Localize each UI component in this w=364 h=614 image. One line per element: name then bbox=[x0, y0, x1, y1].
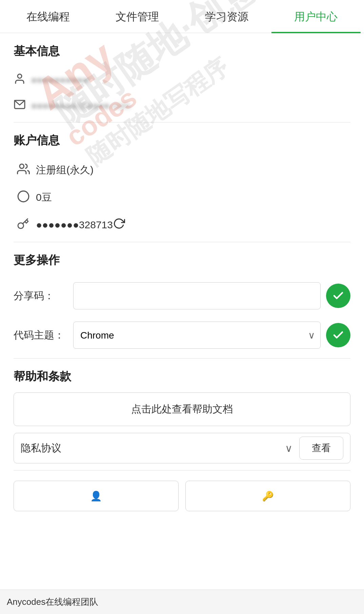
divider-2 bbox=[14, 242, 350, 242]
svg-point-2 bbox=[20, 164, 24, 169]
bottom-btn-1[interactable]: 👤 bbox=[14, 481, 179, 511]
email-row: ●●●●●●●●@●●●●.com bbox=[14, 93, 350, 119]
share-code-confirm-button[interactable] bbox=[326, 284, 350, 308]
basic-info-title: 基本信息 bbox=[14, 43, 350, 59]
email-value: ●●●●●●●●@●●●●.com bbox=[31, 100, 350, 111]
group-icon bbox=[17, 162, 36, 178]
svg-point-3 bbox=[18, 191, 29, 202]
share-code-input[interactable] bbox=[73, 282, 321, 309]
bottom-btn-2[interactable]: 🔑 bbox=[185, 481, 350, 511]
key-icon bbox=[17, 218, 36, 232]
username-row: ●●●●●●●●●● bbox=[14, 67, 350, 93]
bottom-row: 👤 🔑 bbox=[14, 481, 350, 511]
theme-confirm-button[interactable] bbox=[326, 323, 350, 347]
chevron-down-icon-privacy: ∨ bbox=[285, 442, 292, 454]
user-icon bbox=[14, 73, 31, 88]
nav-item-resources[interactable]: 学习资源 bbox=[182, 0, 271, 33]
refresh-token-button[interactable] bbox=[113, 217, 125, 232]
divider-3 bbox=[14, 358, 350, 359]
nav-item-coding[interactable]: 在线编程 bbox=[3, 0, 93, 33]
token-value: ●●●●●●●328713 bbox=[36, 219, 113, 231]
account-info-title: 账户信息 bbox=[14, 133, 350, 148]
footer-bar: Anycodes在线编程团队 bbox=[0, 590, 364, 614]
privacy-label: 隐私协议 bbox=[21, 441, 285, 455]
more-ops-title: 更多操作 bbox=[14, 252, 350, 268]
group-label: 注册组(永久) bbox=[36, 163, 347, 177]
footer-label: Anycodes在线编程团队 bbox=[7, 596, 98, 608]
theme-select-wrap: Chrome Default Dark Monokai GitHub ∨ bbox=[73, 322, 321, 349]
token-row: ●●●●●●●328713 bbox=[14, 211, 350, 238]
coins-label: 0豆 bbox=[36, 191, 347, 205]
nav-bar: 在线编程 文件管理 学习资源 用户中心 bbox=[0, 0, 364, 33]
nav-item-files[interactable]: 文件管理 bbox=[93, 0, 182, 33]
theme-label: 代码主题： bbox=[14, 328, 68, 342]
coins-icon bbox=[17, 190, 36, 205]
help-doc-button[interactable]: 点击此处查看帮助文档 bbox=[14, 392, 350, 426]
help-title: 帮助和条款 bbox=[14, 369, 350, 384]
nav-item-user-center[interactable]: 用户中心 bbox=[271, 0, 361, 33]
share-code-row: 分享码： bbox=[14, 276, 350, 315]
theme-row: 代码主题： Chrome Default Dark Monokai GitHub… bbox=[14, 315, 350, 355]
email-icon bbox=[14, 98, 31, 113]
group-row: 注册组(永久) bbox=[14, 156, 350, 184]
divider-4 bbox=[14, 470, 350, 471]
svg-point-0 bbox=[18, 74, 22, 78]
username-value: ●●●●●●●●●● bbox=[31, 75, 350, 85]
privacy-row: 隐私协议 ∨ 查看 bbox=[14, 433, 350, 463]
view-privacy-button[interactable]: 查看 bbox=[299, 437, 343, 460]
share-code-label: 分享码： bbox=[14, 289, 68, 303]
coins-row: 0豆 bbox=[14, 184, 350, 211]
main-content: 基本信息 ●●●●●●●●●● ●●●●●●●●@●●●●.com 账户信息 bbox=[0, 33, 364, 521]
theme-select[interactable]: Chrome Default Dark Monokai GitHub bbox=[73, 322, 321, 349]
divider-1 bbox=[14, 122, 350, 122]
